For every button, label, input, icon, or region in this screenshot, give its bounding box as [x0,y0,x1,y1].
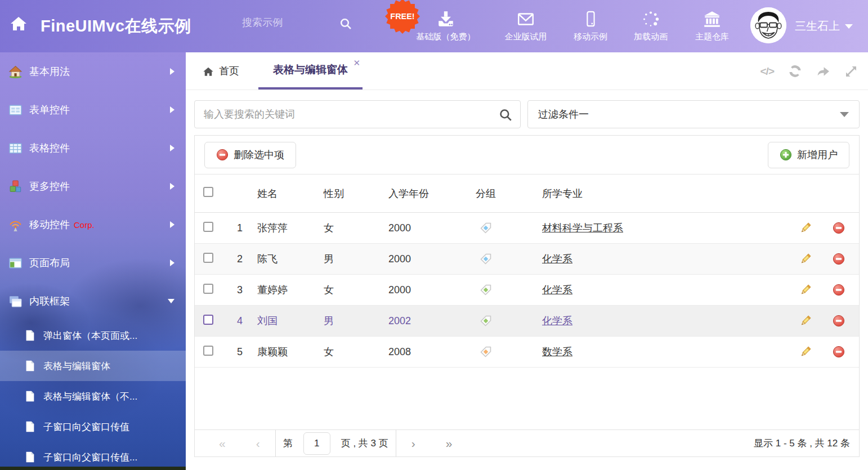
major-link[interactable]: 化学系 [542,315,572,326]
search-icon[interactable] [498,108,513,124]
last-page-button[interactable]: » [446,437,453,449]
major-link[interactable]: 数学系 [542,346,572,357]
table-row[interactable]: 1 张萍萍 女 2000 材料科学与工程系 [195,213,859,244]
cell-year: 2000 [384,222,471,234]
chevron-down-icon [845,24,853,29]
sidebar-subitem-child-to-parent[interactable]: 子窗口向父窗口传值 [0,411,186,442]
column-header-gender[interactable]: 性别 [319,187,384,200]
row-number: 1 [231,222,253,234]
edit-icon[interactable] [799,315,812,327]
sidebar-subitem-label: 表格与编辑窗体（不... [43,390,137,403]
divider [396,430,396,456]
home-icon[interactable] [9,15,28,34]
header-search[interactable] [242,17,335,29]
file-icon [24,451,36,463]
cell-name: 董婷婷 [253,283,319,297]
page-suffix: 页 , 共 3 页 [341,437,388,450]
table-row[interactable]: 5 康颖颖 女 2008 数学系 [195,337,859,368]
expand-icon[interactable] [844,65,858,78]
sidebar-subitem-popup-window[interactable]: 弹出窗体（本页面或... [0,320,186,351]
edit-icon[interactable] [799,253,812,265]
envelope-icon [494,9,557,29]
row-checkbox[interactable] [203,284,213,294]
header-search-input[interactable] [242,17,335,29]
nav-enterprise-trial[interactable]: 企业版试用 [494,9,557,42]
sidebar-item-page-layout[interactable]: 页面布局 [0,244,186,282]
nav-loading-animation[interactable]: 加载动画 [623,9,678,42]
user-menu[interactable]: 三生石上 [795,19,853,34]
column-header-group[interactable]: 分组 [471,187,538,200]
spinner-icon [623,9,678,29]
delete-icon[interactable] [833,346,845,358]
delete-selected-button[interactable]: 删除选中项 [204,142,296,168]
next-page-button[interactable]: › [411,437,415,449]
sidebar-item-inline-frames[interactable]: 内联框架 [0,282,186,320]
tab-label: 表格与编辑窗体 [273,62,348,77]
sidebar-item-label: 基本用法 [29,65,70,78]
cell-gender: 女 [319,283,384,297]
tag-icon [480,346,492,358]
delete-icon[interactable] [833,315,845,327]
file-icon [24,329,36,342]
filter-dropdown-value: 过滤条件一 [538,108,589,121]
prev-page-button[interactable]: ‹ [256,437,260,449]
sidebar-item-more-controls[interactable]: 更多控件 [0,167,186,205]
edit-icon[interactable] [799,346,812,358]
tag-icon [480,315,492,327]
filter-dropdown[interactable]: 过滤条件一 [527,100,860,128]
home-icon [203,66,214,77]
close-icon[interactable]: ✕ [353,59,360,67]
nav-mobile-demo[interactable]: 移动示例 [563,9,618,42]
select-all-checkbox[interactable] [203,187,213,197]
delete-icon[interactable] [833,222,845,234]
code-icon[interactable]: </> [760,65,774,78]
table-row[interactable]: 2 陈飞 男 2000 化学系 [195,244,859,275]
sidebar-item-basic-usage[interactable]: 基本用法 [0,52,186,91]
column-header-year[interactable]: 入学年份 [384,187,471,200]
table-row[interactable]: 3 董婷婷 女 2000 化学系 [195,275,859,306]
antenna-icon [8,218,23,232]
edit-icon[interactable] [799,284,812,296]
major-link[interactable]: 化学系 [542,253,572,265]
button-label: 删除选中项 [234,148,284,162]
row-checkbox[interactable] [203,222,213,232]
search-icon[interactable] [339,17,352,33]
tab-label: 首页 [219,64,239,78]
sidebar-subitem-grid-edit-window[interactable]: 表格与编辑窗体 [0,351,186,381]
row-checkbox[interactable] [203,315,213,325]
sidebar-subitem-child-to-parent-2[interactable]: 子窗口向父窗口传值... [0,442,186,470]
row-checkbox[interactable] [203,253,213,263]
nav-theme-repo[interactable]: 主题仓库 [683,9,741,42]
corp-badge: Corp. [74,220,95,230]
chevron-down-icon [840,112,849,117]
column-header-name[interactable]: 姓名 [253,187,319,200]
delete-icon[interactable] [833,284,845,296]
sidebar-item-mobile-controls[interactable]: 移动控件 Corp. [0,205,186,244]
tab-toolbar: </> [760,52,858,90]
page-number-input[interactable] [303,432,330,455]
delete-icon[interactable] [833,253,845,265]
record-summary: 显示 1 - 5 条 , 共 12 条 [754,437,850,450]
first-page-button[interactable]: « [219,437,226,449]
edit-icon[interactable] [799,222,812,234]
avatar[interactable] [750,7,786,43]
minus-circle-icon [216,149,229,161]
major-link[interactable]: 化学系 [542,284,572,296]
download-icon [409,9,482,29]
column-header-major[interactable]: 所学专业 [538,187,793,200]
keyword-search-input[interactable] [195,109,520,120]
tab-grid-edit-window[interactable]: 表格与编辑窗体 ✕ [258,52,363,89]
table-row-selected[interactable]: 4 刘国 男 2002 化学系 [195,306,859,337]
sidebar-subitem-grid-edit-window-2[interactable]: 表格与编辑窗体（不... [0,381,186,411]
sidebar-item-grid-controls[interactable]: 表格控件 [0,129,186,167]
keyword-search-box[interactable] [194,100,521,128]
major-link[interactable]: 材料科学与工程系 [542,222,623,234]
row-checkbox[interactable] [203,346,213,356]
share-icon[interactable] [816,64,830,78]
refresh-icon[interactable] [788,64,802,78]
sidebar-item-form-controls[interactable]: 表单控件 [0,91,186,129]
file-icon [24,360,36,372]
tab-home[interactable]: 首页 [203,52,239,89]
add-user-button[interactable]: 新增用户 [768,142,849,168]
nav-basic-free[interactable]: 基础版（免费） [409,9,482,42]
